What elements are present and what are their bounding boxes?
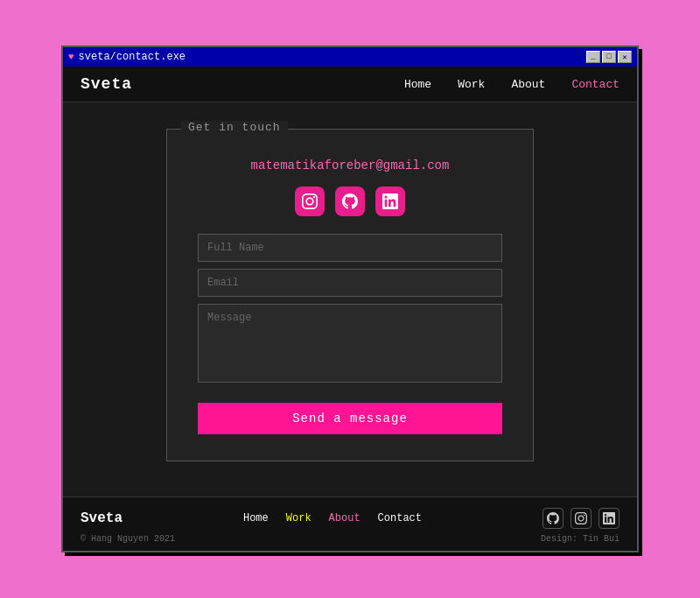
- maximize-button[interactable]: □: [602, 51, 616, 63]
- footer: Sveta Home Work About Contact: [63, 496, 637, 551]
- footer-main: Sveta Home Work About Contact: [80, 508, 620, 529]
- copyright-text: © Hang Nguyen 2021: [80, 534, 175, 544]
- send-button[interactable]: Send a message: [198, 403, 502, 434]
- design-credit-text: Design: Tin Bui: [541, 534, 620, 544]
- contact-box: Get in touch matematikaforeber@gmail.com: [166, 129, 534, 461]
- footer-social-icons: [542, 508, 620, 529]
- email-input[interactable]: [198, 269, 502, 297]
- footer-link-about[interactable]: About: [329, 512, 360, 524]
- close-button[interactable]: ✕: [618, 51, 632, 63]
- footer-instagram-icon[interactable]: [570, 508, 592, 529]
- window-title: sveta/contact.exe: [79, 51, 186, 63]
- title-bar-left: ♥ sveta/contact.exe: [68, 51, 186, 63]
- title-bar: ♥ sveta/contact.exe _ □ ✕: [63, 47, 637, 67]
- main-content: Get in touch matematikaforeber@gmail.com: [63, 102, 637, 496]
- message-input[interactable]: [198, 304, 502, 383]
- nav-link-home[interactable]: Home: [404, 78, 431, 91]
- contact-legend: Get in touch: [181, 121, 288, 134]
- footer-credits: © Hang Nguyen 2021 Design: Tin Bui: [80, 534, 620, 544]
- minimize-button[interactable]: _: [586, 51, 600, 63]
- social-icons: [198, 186, 502, 216]
- nav-links: Home Work About Contact: [404, 78, 620, 91]
- nav-link-about[interactable]: About: [511, 78, 545, 91]
- nav-brand: Sveta: [80, 75, 132, 93]
- footer-link-home[interactable]: Home: [243, 512, 269, 524]
- title-bar-controls: _ □ ✕: [586, 51, 632, 63]
- footer-linkedin-icon[interactable]: [598, 508, 620, 529]
- main-window: ♥ sveta/contact.exe _ □ ✕ Sveta Home Wor…: [61, 46, 639, 552]
- nav-link-contact[interactable]: Contact: [571, 78, 620, 91]
- contact-email: matematikaforeber@gmail.com: [198, 158, 502, 172]
- instagram-icon[interactable]: [295, 186, 325, 216]
- nav-link-work[interactable]: Work: [458, 78, 485, 91]
- footer-links: Home Work About Contact: [243, 512, 422, 524]
- footer-brand: Sveta: [80, 510, 122, 526]
- footer-link-contact[interactable]: Contact: [378, 512, 422, 524]
- heart-icon: ♥: [68, 52, 74, 62]
- footer-github-icon[interactable]: [542, 508, 564, 529]
- footer-link-work[interactable]: Work: [286, 512, 312, 524]
- fullname-input[interactable]: [198, 234, 502, 262]
- navbar: Sveta Home Work About Contact: [63, 67, 637, 102]
- github-icon[interactable]: [335, 186, 365, 216]
- linkedin-icon[interactable]: [375, 186, 405, 216]
